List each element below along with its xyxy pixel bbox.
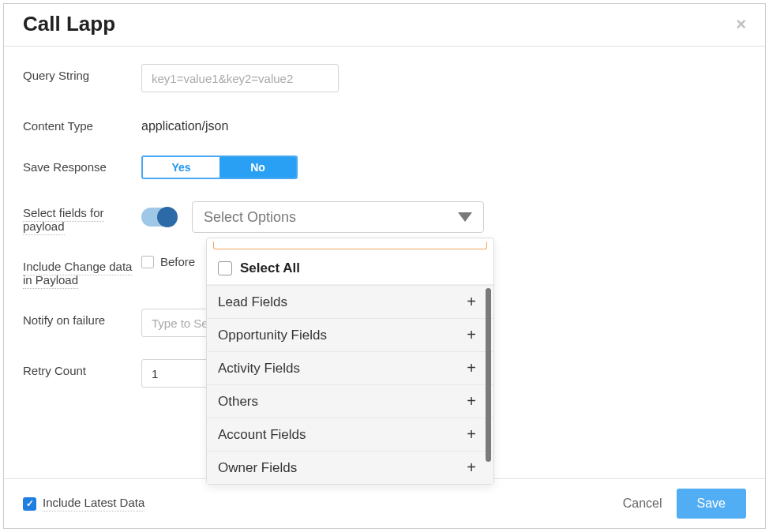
expand-icon: +	[467, 326, 476, 344]
payload-toggle[interactable]	[141, 208, 176, 227]
row-content-type: Content Type application/json	[23, 114, 746, 133]
dialog-footer: ✓ Include Latest Data Cancel Save	[4, 478, 765, 528]
dropdown-group-opportunity[interactable]: Opportunity Fields +	[207, 318, 493, 351]
expand-icon: +	[467, 293, 476, 311]
dropdown-search-input[interactable]	[213, 242, 487, 249]
payload-dropdown: Select All Lead Fields + Opportunity Fie…	[206, 238, 494, 485]
dropdown-group-owner[interactable]: Owner Fields +	[207, 451, 493, 484]
label-notify-failure: Notify on failure	[23, 309, 141, 327]
checkbox-checked-icon: ✓	[23, 497, 36, 511]
dropdown-group-lead[interactable]: Lead Fields +	[207, 285, 493, 318]
label-content-type: Content Type	[23, 114, 141, 133]
payload-select[interactable]: Select Options	[192, 201, 484, 233]
label-query-string: Query String	[23, 64, 141, 82]
dropdown-select-all[interactable]: Select All	[207, 253, 493, 285]
label-select-payload: Select fields for payload	[23, 201, 141, 233]
checkbox-icon	[141, 256, 154, 268]
dropdown-group-activity[interactable]: Activity Fields +	[207, 351, 493, 384]
payload-select-placeholder: Select Options	[204, 209, 296, 226]
expand-icon: +	[467, 359, 476, 377]
save-response-no[interactable]: No	[219, 157, 296, 178]
save-response-yes[interactable]: Yes	[143, 157, 219, 178]
label-include-changes: Include Change data in Payload	[23, 255, 141, 287]
dialog-header: Call Lapp ×	[4, 4, 765, 47]
include-latest-checkbox[interactable]: ✓ Include Latest Data	[23, 496, 144, 511]
scrollbar[interactable]	[486, 288, 491, 462]
save-response-toggle: Yes No	[141, 155, 298, 179]
row-query-string: Query String	[23, 64, 746, 92]
expand-icon: +	[467, 392, 476, 410]
before-change-label: Before	[160, 255, 195, 268]
query-string-input[interactable]	[141, 64, 339, 92]
dialog-body: Query String Content Type application/js…	[4, 47, 765, 478]
dialog-call-lapp: Call Lapp × Query String Content Type ap…	[3, 3, 766, 529]
label-save-response: Save Response	[23, 155, 141, 174]
row-save-response: Save Response Yes No	[23, 155, 746, 179]
content-type-value: application/json	[141, 114, 746, 133]
dropdown-group-others[interactable]: Others +	[207, 384, 493, 418]
save-button[interactable]: Save	[677, 489, 746, 519]
dropdown-groups: Lead Fields + Opportunity Fields + Activ…	[207, 285, 493, 484]
expand-icon: +	[467, 459, 476, 477]
checkbox-icon	[218, 261, 232, 275]
cancel-button[interactable]: Cancel	[623, 496, 662, 511]
row-select-payload: Select fields for payload Select Options	[23, 201, 746, 233]
expand-icon: +	[467, 425, 476, 444]
dropdown-group-account[interactable]: Account Fields +	[207, 418, 493, 451]
label-retry-count: Retry Count	[23, 359, 141, 377]
dialog-title: Call Lapp	[23, 12, 115, 36]
close-icon[interactable]: ×	[736, 16, 746, 33]
chevron-down-icon	[458, 212, 472, 222]
